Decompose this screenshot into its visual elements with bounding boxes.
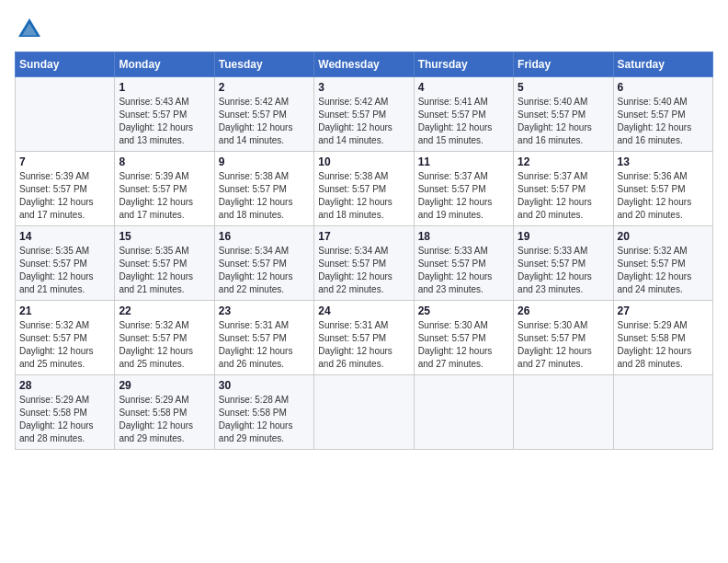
calendar-cell: 28Sunrise: 5:29 AMSunset: 5:58 PMDayligh… [16,375,115,450]
day-info: Sunrise: 5:37 AMSunset: 5:57 PMDaylight:… [518,170,609,222]
week-row: 21Sunrise: 5:32 AMSunset: 5:57 PMDayligh… [16,301,713,375]
day-info: Sunrise: 5:33 AMSunset: 5:57 PMDaylight:… [418,245,509,296]
calendar-cell [414,375,513,450]
calendar-cell: 26Sunrise: 5:30 AMSunset: 5:57 PMDayligh… [514,301,613,375]
day-info: Sunrise: 5:28 AMSunset: 5:58 PMDaylight:… [219,394,310,445]
day-number: 5 [518,81,609,94]
day-info: Sunrise: 5:30 AMSunset: 5:57 PMDaylight:… [418,319,509,371]
day-info: Sunrise: 5:38 AMSunset: 5:57 PMDaylight:… [219,170,310,222]
day-info: Sunrise: 5:40 AMSunset: 5:57 PMDaylight:… [618,96,709,147]
day-number: 29 [119,379,210,392]
week-row: 7Sunrise: 5:39 AMSunset: 5:57 PMDaylight… [16,152,713,226]
calendar-cell: 18Sunrise: 5:33 AMSunset: 5:57 PMDayligh… [414,226,513,301]
day-number: 3 [318,81,409,94]
calendar-cell: 25Sunrise: 5:30 AMSunset: 5:57 PMDayligh… [414,301,513,375]
calendar-cell: 15Sunrise: 5:35 AMSunset: 5:57 PMDayligh… [115,226,214,301]
day-number: 19 [518,230,609,243]
day-info: Sunrise: 5:40 AMSunset: 5:57 PMDaylight:… [518,96,609,147]
calendar-cell: 6Sunrise: 5:40 AMSunset: 5:57 PMDaylight… [613,77,712,152]
week-row: 28Sunrise: 5:29 AMSunset: 5:58 PMDayligh… [16,375,713,450]
day-number: 30 [219,379,310,392]
logo [15,15,48,44]
calendar-cell [514,375,613,450]
day-number: 22 [119,304,210,317]
calendar-cell [613,375,712,450]
day-info: Sunrise: 5:42 AMSunset: 5:57 PMDaylight:… [219,96,310,147]
day-number: 14 [19,230,110,243]
day-info: Sunrise: 5:34 AMSunset: 5:57 PMDaylight:… [318,245,409,296]
day-number: 2 [219,81,310,94]
day-info: Sunrise: 5:29 AMSunset: 5:58 PMDaylight:… [19,394,110,445]
calendar-cell: 8Sunrise: 5:39 AMSunset: 5:57 PMDaylight… [115,152,214,226]
col-header-tuesday: Tuesday [214,52,313,77]
day-number: 26 [518,304,609,317]
calendar-cell: 30Sunrise: 5:28 AMSunset: 5:58 PMDayligh… [214,375,313,450]
calendar-table: SundayMondayTuesdayWednesdayThursdayFrid… [15,52,713,450]
calendar-cell: 10Sunrise: 5:38 AMSunset: 5:57 PMDayligh… [314,152,414,226]
calendar-cell: 9Sunrise: 5:38 AMSunset: 5:57 PMDaylight… [214,152,313,226]
calendar-cell: 3Sunrise: 5:42 AMSunset: 5:57 PMDaylight… [314,77,414,152]
day-number: 23 [219,304,310,317]
day-number: 8 [119,155,210,168]
day-number: 21 [19,304,110,317]
day-number: 16 [219,230,310,243]
calendar-cell: 2Sunrise: 5:42 AMSunset: 5:57 PMDaylight… [214,77,313,152]
col-header-monday: Monday [115,52,214,77]
col-header-sunday: Sunday [16,52,115,77]
day-info: Sunrise: 5:38 AMSunset: 5:57 PMDaylight:… [318,170,409,222]
day-info: Sunrise: 5:33 AMSunset: 5:57 PMDaylight:… [518,245,609,296]
calendar-cell: 16Sunrise: 5:34 AMSunset: 5:57 PMDayligh… [214,226,313,301]
week-row: 14Sunrise: 5:35 AMSunset: 5:57 PMDayligh… [16,226,713,301]
day-number: 6 [618,81,709,94]
day-number: 15 [119,230,210,243]
calendar-cell: 20Sunrise: 5:32 AMSunset: 5:57 PMDayligh… [613,226,712,301]
day-number: 4 [418,81,509,94]
week-row: 1Sunrise: 5:43 AMSunset: 5:57 PMDaylight… [16,77,713,152]
day-info: Sunrise: 5:35 AMSunset: 5:57 PMDaylight:… [19,245,110,296]
day-info: Sunrise: 5:32 AMSunset: 5:57 PMDaylight:… [19,319,110,371]
day-number: 20 [618,230,709,243]
day-number: 9 [219,155,310,168]
day-info: Sunrise: 5:37 AMSunset: 5:57 PMDaylight:… [418,170,509,222]
day-number: 27 [618,304,709,317]
calendar-cell: 1Sunrise: 5:43 AMSunset: 5:57 PMDaylight… [115,77,214,152]
day-info: Sunrise: 5:32 AMSunset: 5:57 PMDaylight:… [618,245,709,296]
day-number: 13 [618,155,709,168]
day-info: Sunrise: 5:30 AMSunset: 5:57 PMDaylight:… [518,319,609,371]
calendar-cell: 11Sunrise: 5:37 AMSunset: 5:57 PMDayligh… [414,152,513,226]
day-info: Sunrise: 5:39 AMSunset: 5:57 PMDaylight:… [19,170,110,222]
day-number: 12 [518,155,609,168]
col-header-friday: Friday [514,52,613,77]
day-info: Sunrise: 5:32 AMSunset: 5:57 PMDaylight:… [119,319,210,371]
day-info: Sunrise: 5:43 AMSunset: 5:57 PMDaylight:… [119,96,210,147]
calendar-cell [314,375,414,450]
day-info: Sunrise: 5:29 AMSunset: 5:58 PMDaylight:… [618,319,709,371]
calendar-cell: 14Sunrise: 5:35 AMSunset: 5:57 PMDayligh… [16,226,115,301]
calendar-cell: 29Sunrise: 5:29 AMSunset: 5:58 PMDayligh… [115,375,214,450]
col-header-thursday: Thursday [414,52,513,77]
col-header-saturday: Saturday [613,52,712,77]
calendar-cell: 12Sunrise: 5:37 AMSunset: 5:57 PMDayligh… [514,152,613,226]
day-number: 11 [418,155,509,168]
day-number: 18 [418,230,509,243]
day-info: Sunrise: 5:36 AMSunset: 5:57 PMDaylight:… [618,170,709,222]
logo-icon [15,15,44,44]
day-number: 10 [318,155,409,168]
calendar-cell: 23Sunrise: 5:31 AMSunset: 5:57 PMDayligh… [214,301,313,375]
calendar-cell: 27Sunrise: 5:29 AMSunset: 5:58 PMDayligh… [613,301,712,375]
calendar-cell: 21Sunrise: 5:32 AMSunset: 5:57 PMDayligh… [16,301,115,375]
day-info: Sunrise: 5:42 AMSunset: 5:57 PMDaylight:… [318,96,409,147]
calendar-cell: 7Sunrise: 5:39 AMSunset: 5:57 PMDaylight… [16,152,115,226]
day-info: Sunrise: 5:31 AMSunset: 5:57 PMDaylight:… [318,319,409,371]
day-info: Sunrise: 5:31 AMSunset: 5:57 PMDaylight:… [219,319,310,371]
day-number: 7 [19,155,110,168]
day-info: Sunrise: 5:39 AMSunset: 5:57 PMDaylight:… [119,170,210,222]
page-header [15,15,713,44]
calendar-cell [16,77,115,152]
calendar-cell: 19Sunrise: 5:33 AMSunset: 5:57 PMDayligh… [514,226,613,301]
day-number: 24 [318,304,409,317]
day-number: 1 [119,81,210,94]
day-info: Sunrise: 5:34 AMSunset: 5:57 PMDaylight:… [219,245,310,296]
calendar-cell: 17Sunrise: 5:34 AMSunset: 5:57 PMDayligh… [314,226,414,301]
calendar-cell: 4Sunrise: 5:41 AMSunset: 5:57 PMDaylight… [414,77,513,152]
